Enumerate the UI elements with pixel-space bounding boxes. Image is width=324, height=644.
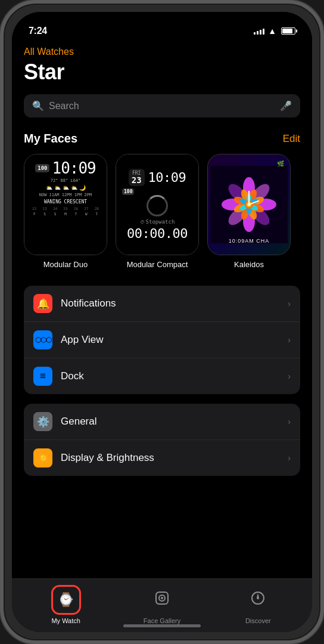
my-watch-icon: ⌚	[58, 592, 74, 608]
mic-icon[interactable]: 🎤	[280, 100, 292, 112]
stopwatch-icon: ⏱	[140, 219, 145, 225]
general-icon: ⚙️	[33, 412, 52, 431]
mc-ring	[147, 195, 168, 216]
signal-bar-2	[257, 31, 258, 35]
md-moon-phase: WANING CRESCENT	[44, 199, 87, 205]
face-label-modular-duo: Modular Duo	[43, 260, 88, 269]
menu-text-display-brightness: Display & Brightness	[61, 452, 279, 464]
mc-stopwatch-label: ⏱Stopwatch	[140, 219, 175, 225]
dock-chevron-icon: ›	[288, 371, 291, 381]
tab-discover[interactable]: Discover	[210, 585, 306, 624]
mute-button[interactable]	[0, 99, 2, 120]
face-card-modular-compact[interactable]: FRI 23 10:09 100 ⏱Stopwatch	[116, 154, 199, 269]
volume-down-button[interactable]	[0, 174, 2, 210]
menu-section-1: 🔔 Notifications › ⬡⬡⬡ App View › ≡ Dock …	[24, 286, 300, 394]
menu-item-notifications[interactable]: 🔔 Notifications ›	[24, 286, 300, 322]
mc-top-row: FRI 23 10:09	[122, 169, 192, 186]
volume-up-button[interactable]	[0, 129, 2, 165]
menu-text-app-view: App View	[61, 334, 279, 346]
face-image-kaleidoscope: 🌿 10:09AM CHA	[207, 154, 291, 255]
mc-time: 10:09	[148, 170, 186, 185]
phone-screen: 7:24 ▲ All Watches Star	[12, 12, 312, 632]
status-icons: ▲	[254, 26, 295, 36]
weather-icon-1: ⛅	[46, 185, 52, 191]
face-gallery-label: Face Gallery	[144, 617, 180, 624]
md-time: 10:09	[52, 159, 95, 177]
kaleidoscope-display: 🌿 10:09AM CHA	[208, 154, 290, 255]
face-label-kaleidoscope: Kaleidos	[234, 260, 264, 269]
menu-item-app-view[interactable]: ⬡⬡⬡ App View ›	[24, 322, 300, 358]
dynamic-island	[153, 18, 171, 24]
menu-text-dock: Dock	[61, 370, 279, 382]
app-content: All Watches Star 🔍 Search 🎤 My Faces Edi…	[12, 47, 312, 497]
mc-stopwatch-time: 00:00.00	[127, 226, 188, 241]
menu-text-notifications: Notifications	[61, 298, 279, 309]
mc-badge: 100	[122, 188, 134, 195]
status-bar: 7:24 ▲	[12, 12, 312, 42]
kaleido-svg	[210, 166, 288, 243]
signal-bar-4	[263, 29, 264, 35]
my-watch-label: My Watch	[51, 617, 80, 624]
modular-duo-display: 100 10:09 72° 88° L64° ⛅ ⛅ ⛅ ⛅ 🌙	[24, 154, 107, 255]
battery-icon	[281, 27, 295, 35]
md-badge: 100	[35, 164, 49, 172]
face-card-modular-duo[interactable]: 100 10:09 72° 88° L64° ⛅ ⛅ ⛅ ⛅ 🌙	[24, 154, 107, 269]
notifications-chevron-icon: ›	[288, 299, 291, 308]
menu-item-general[interactable]: ⚙️ General ›	[24, 404, 300, 440]
discover-label: Discover	[245, 617, 271, 624]
face-image-modular-compact: FRI 23 10:09 100 ⏱Stopwatch	[116, 154, 199, 255]
kaleido-time: 10:09AM CHA	[208, 238, 290, 244]
status-time: 7:24	[29, 26, 47, 36]
weather-icon-3: ⛅	[63, 185, 69, 191]
kaleido-badge: 🌿	[277, 160, 284, 167]
app-view-chevron-icon: ›	[288, 335, 291, 345]
scroll-content[interactable]: All Watches Star 🔍 Search 🎤 My Faces Edi…	[12, 42, 312, 578]
modular-compact-display: FRI 23 10:09 100 ⏱Stopwatch	[116, 154, 198, 255]
md-calendar: 22232425262728 FSSMTWT	[29, 206, 102, 216]
my-faces-header: My Faces Edit	[24, 132, 300, 145]
display-brightness-chevron-icon: ›	[288, 453, 291, 463]
weather-icon-5: 🌙	[79, 185, 86, 191]
tab-bar: ⌚ My Watch Face Gallery	[12, 578, 312, 632]
tab-face-gallery[interactable]: Face Gallery	[114, 585, 210, 624]
dock-icon: ≡	[33, 367, 52, 386]
search-input[interactable]: Search	[49, 101, 275, 112]
tab-my-watch[interactable]: ⌚ My Watch	[18, 585, 114, 624]
signal-bar-1	[254, 32, 256, 35]
weather-icon-2: ⛅	[54, 185, 61, 191]
discover-icon-wrap	[243, 585, 273, 615]
all-watches-link[interactable]: All Watches	[24, 47, 300, 57]
general-chevron-icon: ›	[288, 417, 291, 426]
mc-date: FRI 23	[129, 169, 145, 186]
my-watch-icon-wrap: ⌚	[51, 585, 81, 615]
menu-item-dock[interactable]: ≡ Dock ›	[24, 358, 300, 394]
notifications-icon: 🔔	[33, 294, 52, 313]
md-weather-icons: ⛅ ⛅ ⛅ ⛅ 🌙	[46, 185, 86, 191]
my-faces-title: My Faces	[24, 132, 77, 145]
md-top: 100 10:09	[35, 159, 96, 177]
search-icon: 🔍	[32, 100, 44, 112]
svg-point-30	[161, 597, 163, 599]
md-weather-row: 72° 88° L64°	[51, 178, 81, 184]
face-card-kaleidoscope[interactable]: 🌿 10:09AM CHA Kaleidos	[207, 154, 291, 269]
mc-num: 23	[132, 176, 142, 184]
watch-name: Star	[24, 60, 300, 85]
search-bar[interactable]: 🔍 Search 🎤	[24, 94, 300, 117]
face-gallery-icon-wrap	[147, 585, 177, 615]
menu-text-general: General	[61, 416, 279, 428]
menu-item-display-brightness[interactable]: ☀️ Display & Brightness ›	[24, 440, 300, 476]
battery-fill	[282, 29, 292, 33]
svg-point-33	[257, 597, 259, 599]
signal-bars-icon	[254, 27, 264, 35]
discover-icon	[250, 590, 266, 610]
menu-section-2: ⚙️ General › ☀️ Display & Brightness ›	[24, 404, 300, 476]
edit-button[interactable]: Edit	[283, 133, 300, 145]
phone-frame: 7:24 ▲ All Watches Star	[0, 0, 324, 644]
signal-bar-3	[260, 30, 261, 35]
face-label-modular-compact: Modular Compact	[127, 260, 188, 269]
md-time-row: NOW 11AM 12PM 1PM 2PM	[39, 193, 92, 198]
weather-icon-4: ⛅	[71, 185, 77, 191]
wifi-icon: ▲	[268, 26, 276, 36]
display-brightness-icon: ☀️	[33, 448, 52, 467]
app-view-icon: ⬡⬡⬡	[33, 330, 52, 349]
